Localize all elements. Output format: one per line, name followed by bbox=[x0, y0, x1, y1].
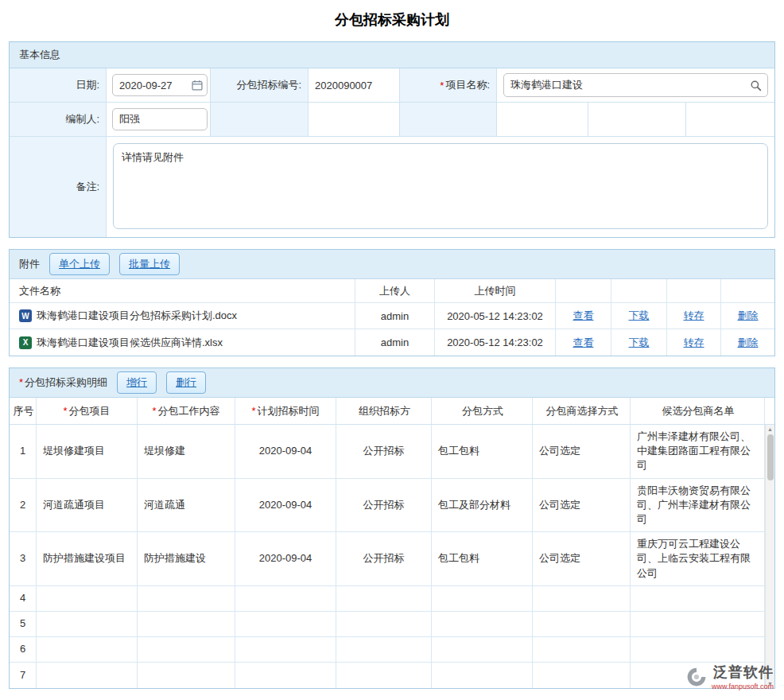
cell-project bbox=[37, 612, 138, 637]
author-cell bbox=[107, 103, 211, 137]
date-cell bbox=[107, 68, 211, 103]
action-cell: 转存 bbox=[667, 329, 721, 356]
date-label: 日期: bbox=[10, 68, 107, 103]
detail-scrollbar[interactable]: ▲ ▼ bbox=[765, 425, 774, 688]
cell-selection bbox=[533, 586, 631, 612]
view-link[interactable]: 查看 bbox=[573, 309, 594, 323]
basic-info-row-1: 日期: 分包招标编号: 2020090007 * bbox=[10, 68, 774, 103]
cell-work bbox=[138, 586, 235, 612]
cell-selection bbox=[533, 663, 631, 688]
cell-work bbox=[138, 637, 235, 663]
attachments-title: 附件 bbox=[19, 257, 40, 271]
detail-row: 3 防护措施建设项目 防护措施建设 2020-09-04 公开招标 包工包料 公… bbox=[10, 532, 765, 586]
project-name-cell bbox=[497, 68, 774, 103]
basic-info-header: 基本信息 bbox=[10, 42, 774, 68]
bid-no-value: 2020090007 bbox=[309, 68, 400, 103]
cell-method bbox=[432, 586, 533, 612]
view-link[interactable]: 查看 bbox=[573, 336, 594, 350]
basic-info-row-2: 编制人: bbox=[10, 103, 774, 137]
detail-rows: 1 堤坝修建项目 堤坝修建 2020-09-04 公开招标 包工包料 公司选定 … bbox=[10, 425, 765, 688]
cell-selection: 公司选定 bbox=[533, 479, 631, 533]
calendar-icon[interactable] bbox=[192, 80, 203, 91]
cell-plan-time: 2020-09-04 bbox=[235, 425, 336, 479]
col-project: *分包项目 bbox=[37, 398, 138, 425]
cell-organizer: 公开招标 bbox=[336, 425, 432, 479]
col-organizer: 组织招标方 bbox=[336, 398, 432, 425]
remark-textarea[interactable]: 详情请见附件 bbox=[113, 143, 768, 229]
cell-work bbox=[138, 663, 235, 688]
col-file-name: 文件名称 bbox=[10, 279, 355, 303]
empty-subcell bbox=[686, 103, 774, 136]
project-name-input[interactable] bbox=[503, 73, 768, 97]
brand-url: www.fanpusoft.com bbox=[712, 682, 774, 690]
transfer-link[interactable]: 转存 bbox=[684, 336, 704, 350]
col-upload-time: 上传时间 bbox=[435, 279, 556, 303]
cell-method bbox=[432, 663, 533, 688]
action-cell: 删除 bbox=[721, 329, 774, 356]
delete-link[interactable]: 删除 bbox=[738, 309, 759, 323]
date-input-wrap bbox=[112, 74, 208, 96]
file-cell: X 珠海鹤港口建设项目候选供应商详情.xlsx bbox=[10, 329, 355, 356]
fanpu-logo-icon bbox=[685, 666, 708, 688]
col-action bbox=[667, 279, 721, 303]
empty-value-cell bbox=[309, 103, 400, 137]
bid-no-label: 分包招标编号: bbox=[211, 68, 309, 103]
cell-seq: 2 bbox=[10, 479, 37, 533]
cell-project bbox=[37, 586, 138, 612]
cell-plan-time: 2020-09-04 bbox=[235, 532, 336, 586]
cell-plan-time bbox=[235, 612, 336, 637]
basic-info-row-3: 备注: 详情请见附件 bbox=[10, 137, 774, 237]
detail-row: 5 bbox=[10, 612, 765, 637]
cell-project: 防护措施建设项目 bbox=[37, 532, 138, 586]
scroll-thumb[interactable] bbox=[767, 434, 774, 480]
detail-row: 7 bbox=[10, 663, 765, 688]
cell-candidates bbox=[631, 637, 765, 663]
empty-label-cell bbox=[211, 103, 309, 137]
author-input[interactable] bbox=[112, 108, 208, 130]
detail-title: *分包招标采购明细 bbox=[19, 375, 107, 390]
attachments-panel: 附件 单个上传 批量上传 文件名称 上传人 上传时间 W 珠海鹤港口建设项目分包… bbox=[9, 249, 775, 356]
cell-plan-time: 2020-09-04 bbox=[235, 479, 336, 533]
basic-info-title: 基本信息 bbox=[19, 48, 60, 62]
cell-candidates: 贵阳丰沃物资贸易有限公司、广州丰泽建材有限公司 bbox=[631, 479, 765, 533]
action-cell: 查看 bbox=[556, 329, 611, 356]
cell-method bbox=[432, 637, 533, 663]
cell-selection: 公司选定 bbox=[533, 425, 631, 479]
excel-file-icon: X bbox=[19, 336, 32, 349]
cell-seq: 7 bbox=[10, 663, 37, 688]
col-action bbox=[611, 279, 667, 303]
page-title: 分包招标采购计划 bbox=[9, 0, 775, 41]
download-link[interactable]: 下载 bbox=[629, 336, 650, 350]
cell-work: 河道疏通 bbox=[138, 479, 235, 533]
action-cell: 查看 bbox=[556, 303, 611, 329]
search-icon[interactable] bbox=[750, 80, 762, 91]
uploader-cell: admin bbox=[355, 329, 435, 356]
cell-candidates bbox=[631, 586, 765, 612]
transfer-link[interactable]: 转存 bbox=[684, 309, 704, 323]
detail-panel: *分包招标采购明细 增行 删行 序号 *分包项目 *分包工作内容 *计划招标时间… bbox=[9, 368, 775, 689]
cell-organizer bbox=[336, 663, 432, 688]
delete-link[interactable]: 删除 bbox=[738, 336, 759, 350]
cell-seq: 1 bbox=[10, 425, 37, 479]
upload-time-cell: 2020-05-12 14:23:02 bbox=[435, 329, 556, 356]
add-row-button[interactable]: 增行 bbox=[117, 371, 157, 394]
word-file-icon: W bbox=[19, 309, 32, 322]
author-label: 编制人: bbox=[10, 103, 107, 137]
cell-method: 包工及部分材料 bbox=[432, 479, 533, 533]
attachments-table-header: 文件名称 上传人 上传时间 bbox=[10, 279, 774, 303]
project-input-wrap bbox=[503, 73, 768, 97]
action-cell: 下载 bbox=[611, 329, 667, 356]
delete-row-button[interactable]: 删行 bbox=[166, 371, 206, 394]
detail-table-body: 1 堤坝修建项目 堤坝修建 2020-09-04 公开招标 包工包料 公司选定 … bbox=[10, 425, 774, 688]
scroll-up-icon[interactable]: ▲ bbox=[767, 426, 773, 433]
col-selection: 分包商选择方式 bbox=[533, 398, 631, 425]
download-link[interactable]: 下载 bbox=[629, 309, 650, 323]
batch-upload-button[interactable]: 批量上传 bbox=[119, 253, 180, 275]
cell-selection bbox=[533, 637, 631, 663]
page: 分包招标采购计划 基本信息 日期: bbox=[0, 0, 784, 689]
cell-organizer: 公开招标 bbox=[336, 479, 432, 533]
action-cell: 删除 bbox=[721, 303, 774, 329]
single-upload-button[interactable]: 单个上传 bbox=[49, 253, 110, 275]
uploader-cell: admin bbox=[355, 303, 435, 329]
basic-info-panel: 基本信息 日期: 分包招标编号: 20200 bbox=[9, 41, 775, 238]
